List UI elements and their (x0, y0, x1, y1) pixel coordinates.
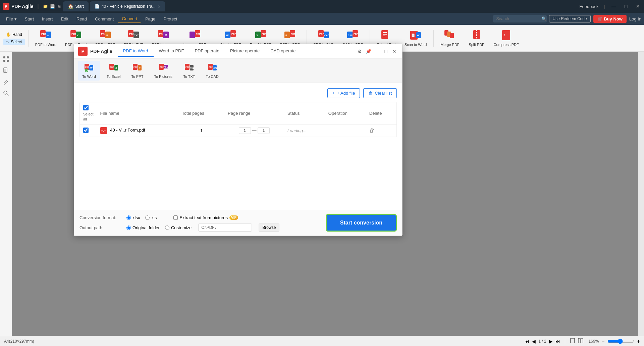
dialog-settings-button[interactable]: ⚙ (356, 48, 363, 55)
minimize-button[interactable]: — (610, 3, 617, 10)
prev-page-button[interactable]: ◀ (532, 339, 536, 344)
dialog-tab-picture-operate[interactable]: Picture operate (225, 46, 265, 57)
view-single-button[interactable] (570, 338, 575, 344)
svg-rect-61 (7, 60, 9, 62)
menu-start[interactable]: Start (21, 15, 37, 23)
start-conversion-button[interactable]: Start conversion (326, 214, 397, 232)
svg-text:TXT: TXT (134, 34, 139, 37)
format-xls-option[interactable]: xls (145, 215, 157, 220)
menu-convert[interactable]: Convert (118, 15, 141, 23)
menu-edit[interactable]: Edit (58, 15, 72, 23)
menu-page[interactable]: Page (142, 15, 159, 23)
first-page-button[interactable]: ⏮ (525, 339, 529, 344)
output-path-input[interactable] (198, 224, 252, 232)
next-page-button[interactable]: ▶ (549, 339, 553, 344)
dialog-tab-word-to-pdf[interactable]: Word to PDF (154, 46, 190, 57)
pdf-to-word-icon: PDFW (40, 30, 52, 42)
select-tool-button[interactable]: ↖ Select (3, 39, 25, 45)
dialog-content: + + Add file 🗑 Clear list Select all Fil… (74, 83, 402, 210)
menu-file[interactable]: File ▾ (3, 15, 20, 23)
search-input[interactable] (493, 15, 547, 22)
col-status: Status (284, 102, 325, 125)
dialog-tab-nav: PDF to Word Word to PDF PDF operate Pict… (118, 46, 353, 57)
app-name: PDF Agile (11, 4, 34, 9)
hand-icon: ✋ (6, 32, 11, 37)
sub-tool-to-cad[interactable]: PDF CAD To CAD (202, 61, 223, 81)
dialog-bottom: Conversion format: xlsx xls Extr (74, 210, 402, 236)
zoom-in-button[interactable]: + (637, 338, 640, 344)
menu-insert[interactable]: Insert (39, 15, 56, 23)
dialog-close-button[interactable]: ✕ (391, 48, 398, 55)
split-pdf-button[interactable]: Split PDF (465, 28, 488, 49)
dialog-pin-button[interactable]: 📌 (365, 48, 372, 55)
pdf-to-word-button[interactable]: PDFW PDF to Word (32, 28, 60, 49)
output-original-radio[interactable] (126, 226, 131, 230)
output-customize-radio[interactable] (165, 226, 169, 230)
view-double-button[interactable] (578, 338, 583, 344)
row-delete[interactable]: 🗑 (366, 125, 396, 137)
login-button[interactable]: Log In (629, 16, 641, 21)
sub-tool-to-pictures[interactable]: PDF To Pictures (150, 61, 176, 81)
empty-table-area (79, 137, 397, 204)
browse-button[interactable]: Browse (259, 224, 279, 232)
buy-now-button[interactable]: 🛒 Buy Now (593, 15, 627, 23)
tab-close-icon[interactable]: ✕ (158, 5, 160, 8)
sub-tool-to-ppt[interactable]: PDF P To PPT (127, 61, 147, 81)
menu-comment[interactable]: Comment (92, 15, 117, 23)
svg-text:PDF: PDF (196, 33, 201, 35)
to-excel-icon: PDF X (108, 63, 119, 73)
col-delete: Delete (366, 102, 396, 125)
compress-pdf-button[interactable]: ↕ Compress PDF (490, 28, 522, 49)
output-original-option[interactable]: Original folder (126, 225, 160, 230)
extract-text-checkbox-option[interactable]: Extract text from pictures VIP (173, 215, 238, 220)
tab-doc[interactable]: 📄 40 - Vehicle Registration Tra... ✕ (90, 1, 165, 11)
clear-list-button[interactable]: 🗑 Clear list (363, 88, 397, 98)
sidebar-thumbnails-icon[interactable] (1, 54, 11, 64)
pdf-to-ppt-icon: PDFP (99, 30, 111, 42)
format-xlsx-option[interactable]: xlsx (126, 215, 140, 220)
feedback-button[interactable]: Feedback (580, 4, 599, 9)
maximize-button[interactable]: □ (623, 3, 629, 10)
last-page-button[interactable]: ⏭ (555, 339, 560, 344)
svg-rect-97 (571, 338, 575, 343)
select-all-checkbox[interactable] (83, 105, 89, 110)
delete-row-button[interactable]: 🗑 (369, 128, 375, 133)
merge-pdf-button[interactable]: Merge PDF (437, 28, 463, 49)
close-button[interactable]: ✕ (635, 3, 641, 10)
merge-pdf-icon (444, 30, 456, 42)
dialog-tab-pdf-operate[interactable]: PDF operate (189, 46, 225, 57)
zoom-out-button[interactable]: − (601, 338, 604, 344)
sidebar-search-icon[interactable] (1, 89, 11, 98)
zoom-slider[interactable] (607, 339, 634, 344)
redeem-button[interactable]: Use Redeem Code (549, 15, 591, 22)
sidebar-pages-icon[interactable] (1, 66, 11, 75)
image-to-pdf-icon: PDF (189, 30, 201, 42)
svg-rect-58 (3, 56, 5, 58)
dialog-maximize-button[interactable]: □ (382, 48, 389, 55)
output-customize-option[interactable]: Customize (165, 225, 192, 230)
extract-text-checkbox[interactable] (173, 215, 178, 220)
format-xlsx-radio[interactable] (126, 215, 131, 220)
sidebar-edit-icon[interactable] (1, 77, 11, 87)
menu-read[interactable]: Read (73, 15, 90, 23)
tab-start[interactable]: 🏠 Start (63, 1, 89, 11)
scan-to-word-button[interactable]: 📄W Scan to Word (401, 28, 430, 49)
sub-tool-to-excel[interactable]: PDF X To Excel (103, 61, 125, 81)
sub-tool-to-word[interactable]: PDF W ✓ To Word (78, 61, 100, 81)
menu-protect[interactable]: Protect (160, 15, 180, 23)
svg-text:PDF: PDF (160, 66, 164, 68)
page-range-from[interactable] (239, 127, 251, 134)
svg-text:🖼: 🖼 (164, 34, 167, 37)
output-path-label: Output path: (79, 225, 120, 230)
sub-tool-to-txt[interactable]: PDF TXT To TXT (179, 61, 199, 81)
row-checkbox-1[interactable] (83, 128, 89, 133)
hand-tool-button[interactable]: ✋ Hand (3, 31, 25, 38)
page-range-to[interactable] (258, 127, 270, 134)
dialog-tab-pdf-to-word[interactable]: PDF to Word (118, 46, 154, 57)
format-xls-radio[interactable] (145, 215, 150, 220)
dialog-minimize-button[interactable]: — (373, 48, 381, 55)
dialog-tab-cad-operate[interactable]: CAD operate (265, 46, 301, 57)
toolbar-divider-5 (433, 30, 434, 47)
add-file-button[interactable]: + + Add file (327, 88, 360, 98)
tab-doc-label: 40 - Vehicle Registration Tra... (102, 4, 156, 9)
